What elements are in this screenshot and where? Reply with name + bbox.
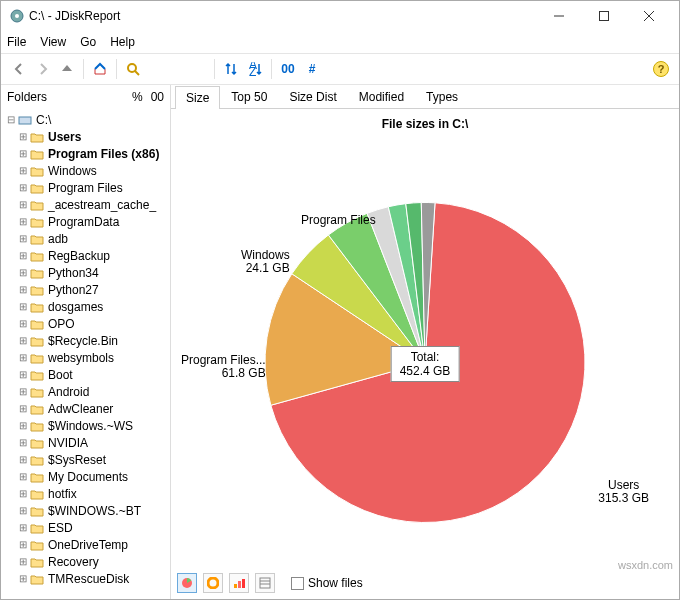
folder-icon — [29, 147, 45, 161]
tree-item[interactable]: ⊞websymbols — [5, 349, 170, 366]
tree-item[interactable]: ⊞Boot — [5, 366, 170, 383]
tree-item[interactable]: ⊞$SysReset — [5, 451, 170, 468]
tree-item[interactable]: ⊞OPO — [5, 315, 170, 332]
tree-item[interactable]: ⊞Users — [5, 128, 170, 145]
tree-item[interactable]: ⊞AdwCleaner — [5, 400, 170, 417]
search-button[interactable] — [121, 57, 145, 81]
sort-asc-button[interactable] — [219, 57, 243, 81]
menu-help[interactable]: Help — [110, 35, 135, 49]
tree-item[interactable]: ⊞RegBackup — [5, 247, 170, 264]
tree-item[interactable]: ⊞Recovery — [5, 553, 170, 570]
expand-icon[interactable]: ⊞ — [17, 352, 29, 363]
expand-icon[interactable]: ⊞ — [17, 199, 29, 210]
sidebar-header-size[interactable]: 00 — [151, 90, 164, 104]
collapse-icon[interactable]: ⊟ — [5, 114, 17, 125]
expand-icon[interactable]: ⊞ — [17, 522, 29, 533]
tree-item[interactable]: ⊞ESD — [5, 519, 170, 536]
sidebar-header-label: Folders — [7, 90, 132, 104]
tree-item[interactable]: ⊞$WINDOWS.~BT — [5, 502, 170, 519]
sidebar-header-pct[interactable]: % — [132, 90, 143, 104]
tree-item[interactable]: ⊞ProgramData — [5, 213, 170, 230]
view-bars-button[interactable] — [229, 573, 249, 593]
slice-label-windows: Windows 24.1 GB — [241, 249, 290, 275]
tree-item[interactable]: ⊞Program Files — [5, 179, 170, 196]
view-table-button[interactable] — [255, 573, 275, 593]
tree-item[interactable]: ⊞Python27 — [5, 281, 170, 298]
expand-icon[interactable]: ⊞ — [17, 301, 29, 312]
tab-top50[interactable]: Top 50 — [220, 85, 278, 108]
expand-icon[interactable]: ⊞ — [17, 182, 29, 193]
tree-item[interactable]: ⊞hotfix — [5, 485, 170, 502]
folder-tree[interactable]: ⊟ C:\ ⊞Users⊞Program Files (x86)⊞Windows… — [1, 109, 170, 599]
tree-item[interactable]: ⊞TMRescueDisk — [5, 570, 170, 587]
tree-item[interactable]: ⊞Windows — [5, 162, 170, 179]
expand-icon[interactable]: ⊞ — [17, 318, 29, 329]
tree-item-label: _acestream_cache_ — [48, 198, 156, 212]
tree-item[interactable]: ⊞OneDriveTemp — [5, 536, 170, 553]
chart-total-label: Total: — [400, 350, 451, 364]
expand-icon[interactable]: ⊞ — [17, 454, 29, 465]
home-button[interactable] — [88, 57, 112, 81]
expand-icon[interactable]: ⊞ — [17, 471, 29, 482]
expand-icon[interactable]: ⊞ — [17, 369, 29, 380]
tab-size[interactable]: Size — [175, 86, 220, 109]
expand-icon[interactable]: ⊞ — [17, 165, 29, 176]
tree-item[interactable]: ⊞dosgames — [5, 298, 170, 315]
maximize-button[interactable] — [581, 2, 626, 30]
expand-icon[interactable]: ⊞ — [17, 216, 29, 227]
forward-button[interactable] — [31, 57, 55, 81]
tree-item[interactable]: ⊞Program Files (x86) — [5, 145, 170, 162]
expand-icon[interactable]: ⊞ — [17, 539, 29, 550]
expand-icon[interactable]: ⊞ — [17, 267, 29, 278]
tree-item[interactable]: ⊞$Recycle.Bin — [5, 332, 170, 349]
menu-view[interactable]: View — [40, 35, 66, 49]
folder-icon — [29, 249, 45, 263]
tree-item-label: Python27 — [48, 283, 99, 297]
expand-icon[interactable]: ⊞ — [17, 335, 29, 346]
folder-icon — [29, 198, 45, 212]
expand-icon[interactable]: ⊞ — [17, 505, 29, 516]
minimize-button[interactable] — [536, 2, 581, 30]
expand-icon[interactable]: ⊞ — [17, 420, 29, 431]
folder-icon — [29, 385, 45, 399]
expand-icon[interactable]: ⊞ — [17, 437, 29, 448]
menu-go[interactable]: Go — [80, 35, 96, 49]
tree-item[interactable]: ⊞$Windows.~WS — [5, 417, 170, 434]
up-button[interactable] — [55, 57, 79, 81]
expand-icon[interactable]: ⊞ — [17, 573, 29, 584]
tree-item[interactable]: ⊞My Documents — [5, 468, 170, 485]
tree-item[interactable]: ⊞adb — [5, 230, 170, 247]
menu-file[interactable]: File — [7, 35, 26, 49]
expand-icon[interactable]: ⊞ — [17, 250, 29, 261]
unit-count-button[interactable]: # — [300, 57, 324, 81]
tree-item[interactable]: ⊞Android — [5, 383, 170, 400]
unit-size-button[interactable]: 00 — [276, 57, 300, 81]
help-button[interactable]: ? — [649, 57, 673, 81]
expand-icon[interactable]: ⊞ — [17, 488, 29, 499]
folder-icon — [29, 215, 45, 229]
sidebar: Folders % 00 ⊟ C:\ ⊞Users⊞Program Files … — [1, 85, 171, 599]
expand-icon[interactable]: ⊞ — [17, 233, 29, 244]
expand-icon[interactable]: ⊞ — [17, 284, 29, 295]
chart-total-value: 452.4 GB — [400, 364, 451, 378]
expand-icon[interactable]: ⊞ — [17, 556, 29, 567]
tab-modified[interactable]: Modified — [348, 85, 415, 108]
tab-types[interactable]: Types — [415, 85, 469, 108]
tree-item[interactable]: ⊞NVIDIA — [5, 434, 170, 451]
close-button[interactable] — [626, 2, 671, 30]
expand-icon[interactable]: ⊞ — [17, 386, 29, 397]
view-pie-button[interactable] — [177, 573, 197, 593]
tree-item[interactable]: ⊞Python34 — [5, 264, 170, 281]
tab-sizedist[interactable]: Size Dist — [278, 85, 347, 108]
back-button[interactable] — [7, 57, 31, 81]
sort-alpha-button[interactable]: AZ — [243, 57, 267, 81]
expand-icon[interactable]: ⊞ — [17, 403, 29, 414]
folder-icon — [29, 453, 45, 467]
show-files-checkbox[interactable]: Show files — [291, 576, 363, 590]
tree-item[interactable]: ⊞_acestream_cache_ — [5, 196, 170, 213]
view-ring-button[interactable] — [203, 573, 223, 593]
folder-icon — [29, 317, 45, 331]
tree-root[interactable]: ⊟ C:\ — [5, 111, 170, 128]
expand-icon[interactable]: ⊞ — [17, 148, 29, 159]
expand-icon[interactable]: ⊞ — [17, 131, 29, 142]
